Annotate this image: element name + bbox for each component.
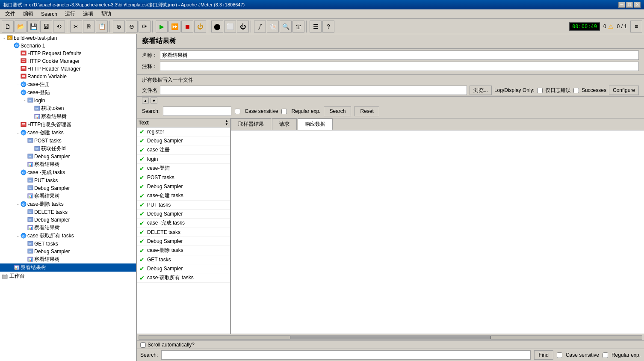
paste-button[interactable]: 📋	[96, 21, 108, 33]
tree-item-case-login[interactable]: -⚙cese-登陆	[0, 89, 136, 97]
tree-expand-btn[interactable]: -	[22, 98, 27, 103]
tree-item-debug1[interactable]: ✏Debug Sampler	[0, 153, 136, 160]
menu-item-[interactable]: 运行	[62, 9, 79, 18]
menu-item-search[interactable]: Search	[38, 10, 61, 18]
tree-item-http-req[interactable]: HTTP Request Defaults	[0, 50, 136, 57]
new-button[interactable]: 🗋	[2, 21, 14, 33]
cut-button[interactable]: ✂	[70, 21, 82, 33]
tree-item-delete-tasks[interactable]: ✏DELETE tasks	[0, 208, 136, 216]
result-item[interactable]: ✔case-注册	[137, 145, 230, 155]
result-item[interactable]: ✔PUT tasks	[137, 201, 230, 210]
start-button[interactable]: ▶	[156, 21, 168, 33]
scroll-auto-checkbox[interactable]	[140, 342, 146, 348]
collapse-button[interactable]: ⊖	[126, 21, 138, 33]
maximize-button[interactable]: □	[626, 2, 633, 8]
result-item[interactable]: ✔Debug Sampler	[137, 182, 230, 191]
beanshell-button[interactable]: 🐚	[267, 21, 279, 33]
list-button[interactable]: ☰	[310, 21, 322, 33]
tree-item-result-tree3[interactable]: 📊察看结果树	[0, 192, 136, 200]
tree-item-root[interactable]: -⚙build-web-test-plan	[0, 34, 136, 42]
result-item[interactable]: ✔Debug Sampler	[137, 237, 230, 246]
menu-item-[interactable]: 帮助	[97, 9, 115, 18]
search-input[interactable]	[163, 107, 231, 116]
tree-item-post-tasks[interactable]: ✏POST tasks	[0, 137, 136, 145]
successes-checkbox[interactable]	[573, 88, 579, 93]
tree-expand-btn[interactable]: -	[15, 234, 21, 239]
result-item[interactable]: ✔DELETE tasks	[137, 228, 230, 237]
search-button[interactable]: Search	[324, 106, 351, 116]
tree-item-debug4[interactable]: ✏Debug Sampler	[0, 248, 136, 255]
file-input[interactable]	[160, 86, 467, 95]
regular-exp-checkbox[interactable]	[281, 109, 287, 114]
result-item[interactable]: ✔register	[137, 127, 230, 136]
result-item[interactable]: ✔Debug Sampler	[137, 210, 230, 219]
tree-expand-btn[interactable]: -	[15, 130, 21, 136]
result-item[interactable]: ✔cese-登陆	[137, 164, 230, 173]
toggle-button[interactable]: ⟳	[139, 21, 151, 33]
find-case-sensitive-checkbox[interactable]	[557, 352, 562, 358]
save-all-button[interactable]: 🖫	[40, 21, 52, 33]
hscroll-thumb[interactable]	[290, 336, 491, 339]
open-button[interactable]: 📂	[15, 21, 27, 33]
tree-item-result-tree4[interactable]: 📊察看结果树	[0, 224, 136, 232]
menu-item-[interactable]: 选项	[80, 9, 97, 18]
tree-expand-btn[interactable]: -	[15, 202, 21, 207]
titlebar-controls[interactable]: ─ □ ✕	[618, 2, 641, 8]
expand-button[interactable]: ⊕	[113, 21, 125, 33]
remote-stop-button[interactable]: ⬜	[224, 21, 236, 33]
tree-item-case-delete[interactable]: -⚙case-删除 tasks	[0, 200, 136, 208]
tree-item-get-tasks[interactable]: ✏GET tasks	[0, 240, 136, 248]
remote-shutdown-button[interactable]: ⏻	[237, 21, 249, 33]
clear-button[interactable]: 🗑	[292, 21, 304, 33]
tree-item-debug2[interactable]: ✏Debug Sampler	[0, 184, 136, 192]
tree-item-http-cookie[interactable]: HTTP Cookie Manager	[0, 57, 136, 65]
scroll-down-button[interactable]: ▼	[151, 98, 157, 104]
tree-item-case-create[interactable]: -⚙case-创建 tasks	[0, 129, 136, 137]
tree-item-result-tree5[interactable]: 📊察看结果树	[0, 255, 136, 263]
tree-item-login[interactable]: -✏login	[0, 97, 136, 104]
find-button[interactable]: Find	[534, 350, 553, 360]
result-item[interactable]: ✔login	[137, 155, 230, 164]
find-regular-exp-checkbox[interactable]	[603, 352, 608, 358]
comment-input[interactable]	[160, 62, 639, 71]
tree-expand-btn[interactable]: -	[15, 90, 21, 95]
case-sensitive-checkbox[interactable]	[235, 109, 240, 114]
help-function-button[interactable]: 𝑓	[254, 21, 266, 33]
stop-button[interactable]: ⏹	[181, 21, 193, 33]
tree-item-case-complete[interactable]: -⚙case -完成 tasks	[0, 169, 136, 177]
tree-item-get-token[interactable]: ✏获取token	[0, 104, 136, 112]
workbench-item[interactable]: 工作台	[0, 272, 136, 281]
result-item[interactable]: ✔case-删除 tasks	[137, 246, 230, 255]
hscroll-area[interactable]	[137, 334, 644, 340]
search-toolbar-button[interactable]: 🔍	[280, 21, 292, 33]
shutdown-button[interactable]: ⏻	[194, 21, 206, 33]
tree-item-get-taskid[interactable]: ✏获取任务id	[0, 145, 136, 153]
tree-item-result-tree-sel[interactable]: 📊察看结果树	[0, 263, 136, 272]
sort-down-button[interactable]: ▼	[225, 123, 228, 126]
copy-button[interactable]: ⎘	[83, 21, 95, 33]
tree-item-random-var[interactable]: Random Variable	[0, 73, 136, 80]
tab-sampler-result[interactable]: 取样器结果	[231, 118, 271, 130]
menu-item-[interactable]: 编辑	[20, 9, 37, 18]
revert-button[interactable]: ⟲	[53, 21, 65, 33]
result-item[interactable]: ✔case-创建 tasks	[137, 191, 230, 201]
save-button[interactable]: 💾	[27, 21, 39, 33]
start-no-pause-button[interactable]: ⏩	[168, 21, 180, 33]
result-item[interactable]: ✔POST tasks	[137, 173, 230, 182]
tree-item-debug3[interactable]: ✏Debug Sampler	[0, 216, 136, 224]
tree-item-put-tasks[interactable]: ✏PUT tasks	[0, 177, 136, 184]
browse-button[interactable]: 浏览...	[470, 86, 492, 95]
tree-expand-btn[interactable]: -	[9, 43, 14, 48]
tree-expand-btn[interactable]: -	[2, 36, 7, 41]
minimize-button[interactable]: ─	[618, 2, 625, 8]
tree-item-result-tree2[interactable]: 📊察看结果树	[0, 160, 136, 169]
result-item[interactable]: ✔case-获取所有 tasks	[137, 273, 230, 283]
find-input[interactable]	[161, 350, 530, 360]
close-button[interactable]: ✕	[634, 2, 641, 8]
result-item[interactable]: ✔Debug Sampler	[137, 136, 230, 145]
tree-expand-btn[interactable]: -	[15, 82, 21, 87]
question-button[interactable]: ?	[322, 21, 334, 33]
tab-response-data[interactable]: 响应数据	[298, 118, 333, 130]
result-item[interactable]: ✔GET tasks	[137, 255, 230, 264]
configure-button[interactable]: Configure	[609, 86, 639, 95]
